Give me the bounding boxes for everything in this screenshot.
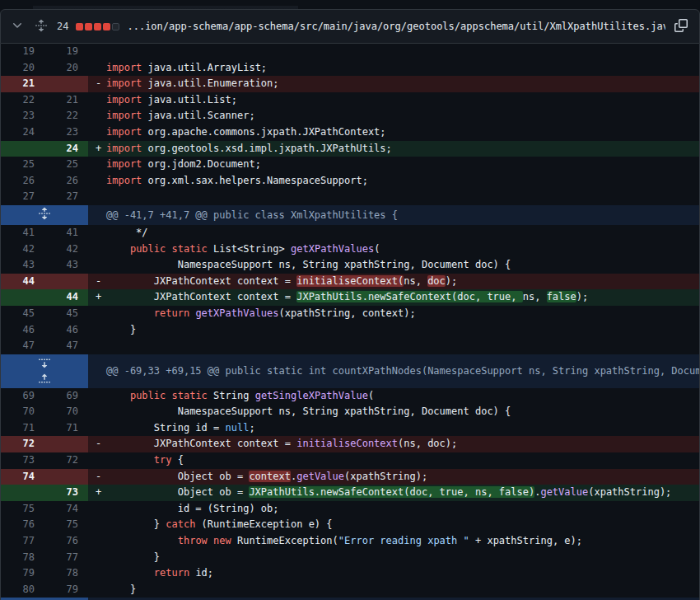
new-line-number[interactable]: 41 — [44, 225, 88, 241]
diff-row-context: 7070 NamespaceSupport ns, String xpathSt… — [1, 404, 699, 420]
old-line-number[interactable]: 71 — [1, 420, 44, 437]
diff-row-context: 4747 — [1, 338, 699, 354]
hunk-expand-button[interactable] — [1, 354, 88, 388]
diff-marker — [88, 452, 106, 469]
new-line-number[interactable]: 79 — [44, 582, 88, 598]
old-line-number[interactable]: 47 — [1, 338, 44, 354]
new-line-number[interactable]: 45 — [44, 306, 88, 322]
new-line-number[interactable]: 78 — [44, 565, 88, 582]
new-line-number[interactable]: 42 — [44, 241, 88, 258]
new-line-number[interactable] — [44, 274, 88, 290]
code-token — [166, 243, 171, 255]
diff-marker — [88, 108, 106, 124]
old-line-number[interactable]: 79 — [1, 565, 44, 582]
new-line-number[interactable] — [44, 469, 88, 485]
diff-row-del: 72- JXPathContext context = initialiseCo… — [1, 436, 699, 452]
old-line-number[interactable]: 43 — [1, 257, 44, 274]
new-line-number[interactable]: 71 — [44, 420, 88, 437]
copy-path-button[interactable] — [673, 17, 689, 36]
old-line-number[interactable]: 73 — [1, 452, 44, 469]
old-line-number[interactable]: 77 — [1, 533, 44, 550]
code-token: ( — [368, 390, 374, 401]
new-line-number[interactable]: 26 — [44, 173, 88, 190]
collapse-file-button[interactable] — [9, 17, 26, 36]
code-line: } — [106, 582, 699, 598]
old-line-number[interactable]: 27 — [1, 189, 44, 205]
fold-down-icon[interactable] — [1, 354, 88, 371]
old-line-number[interactable] — [1, 289, 44, 306]
new-line-number[interactable]: 46 — [44, 322, 88, 339]
new-line-number[interactable]: 47 — [44, 338, 88, 354]
diff-marker: - — [88, 274, 106, 290]
diffstat-blocks — [76, 23, 119, 30]
code-token — [106, 390, 130, 401]
new-line-number[interactable]: 44 — [44, 289, 88, 306]
code-token: (xpathString); — [588, 486, 671, 498]
new-line-number[interactable]: 77 — [44, 550, 88, 566]
old-line-number[interactable]: 21 — [1, 76, 44, 92]
diff-marker — [88, 225, 106, 241]
old-line-number[interactable]: 24 — [1, 124, 44, 141]
old-line-number[interactable]: 45 — [1, 306, 44, 322]
new-line-number[interactable]: 25 — [44, 157, 88, 173]
old-line-number[interactable]: 23 — [1, 108, 44, 124]
old-line-number[interactable]: 78 — [1, 550, 44, 566]
old-line-number[interactable]: 25 — [1, 157, 44, 173]
new-line-number[interactable]: 22 — [44, 108, 88, 124]
diff-marker — [88, 92, 106, 109]
old-line-number[interactable]: 80 — [1, 582, 44, 598]
expand-all-hunks-button[interactable] — [33, 17, 49, 36]
new-line-number[interactable] — [44, 436, 88, 452]
old-line-number[interactable]: 19 — [1, 44, 44, 60]
old-line-number[interactable]: 75 — [1, 501, 44, 518]
new-line-number[interactable]: 23 — [44, 124, 88, 141]
diff-row-context: 7675 } catch (RuntimeException e) { — [1, 517, 699, 533]
new-line-number[interactable]: 24 — [44, 141, 88, 157]
new-line-number[interactable]: 69 — [44, 388, 88, 405]
old-line-number[interactable]: 46 — [1, 322, 44, 339]
code-line: import org.geotools.xsd.impl.jxpath.JXPa… — [106, 141, 699, 157]
file-path: ...ion/app-schema/app-schema/src/main/ja… — [127, 21, 665, 32]
diff-row-add: 24+import org.geotools.xsd.impl.jxpath.J… — [1, 141, 699, 157]
new-line-number[interactable]: 75 — [44, 517, 88, 533]
old-line-number[interactable]: 70 — [1, 404, 44, 420]
old-line-number[interactable] — [1, 141, 44, 157]
diff-row-context: 2221import java.util.List; — [1, 92, 699, 109]
old-line-number[interactable]: 69 — [1, 388, 44, 405]
old-line-number[interactable]: 41 — [1, 225, 44, 241]
diff-marker: + — [88, 485, 106, 501]
code-token — [106, 567, 154, 579]
code-line: import org.jdom2.Document; — [106, 157, 699, 173]
code-line: JXPathContext context = initialiseContex… — [106, 274, 699, 290]
new-line-number[interactable]: 21 — [44, 92, 88, 109]
new-line-number[interactable]: 74 — [44, 501, 88, 518]
old-line-number[interactable]: 76 — [1, 517, 44, 533]
word-diff-highlight: JXPathUtils.newSafeContext(doc, true, ns… — [249, 486, 534, 498]
new-line-number[interactable]: 43 — [44, 257, 88, 274]
code-token — [166, 390, 171, 401]
new-line-number[interactable] — [44, 76, 88, 92]
new-line-number[interactable]: 76 — [44, 533, 88, 550]
diff-marker: - — [88, 469, 106, 485]
old-line-number[interactable]: 26 — [1, 173, 44, 190]
fold-up-icon[interactable] — [1, 371, 88, 387]
code-token: ; — [249, 422, 254, 434]
old-line-number[interactable] — [1, 485, 44, 501]
new-line-number[interactable]: 19 — [44, 44, 88, 60]
new-line-number[interactable]: 73 — [44, 485, 88, 501]
old-line-number[interactable]: 44 — [1, 274, 44, 290]
new-line-number[interactable]: 72 — [44, 452, 88, 469]
code-token: JXPathContext context = — [106, 291, 296, 302]
code-token: try — [154, 454, 172, 466]
old-line-number[interactable]: 20 — [1, 60, 44, 77]
old-line-number[interactable]: 72 — [1, 436, 44, 452]
code-token: java.util.Scanner; — [142, 110, 254, 121]
old-line-number[interactable]: 74 — [1, 469, 44, 485]
old-line-number[interactable]: 22 — [1, 92, 44, 109]
old-line-number[interactable]: 42 — [1, 241, 44, 258]
new-line-number[interactable]: 20 — [44, 60, 88, 77]
new-line-number[interactable]: 70 — [44, 404, 88, 420]
diffstat-square-del — [85, 23, 92, 30]
new-line-number[interactable]: 27 — [44, 189, 88, 205]
hunk-expand-button[interactable] — [1, 205, 88, 225]
